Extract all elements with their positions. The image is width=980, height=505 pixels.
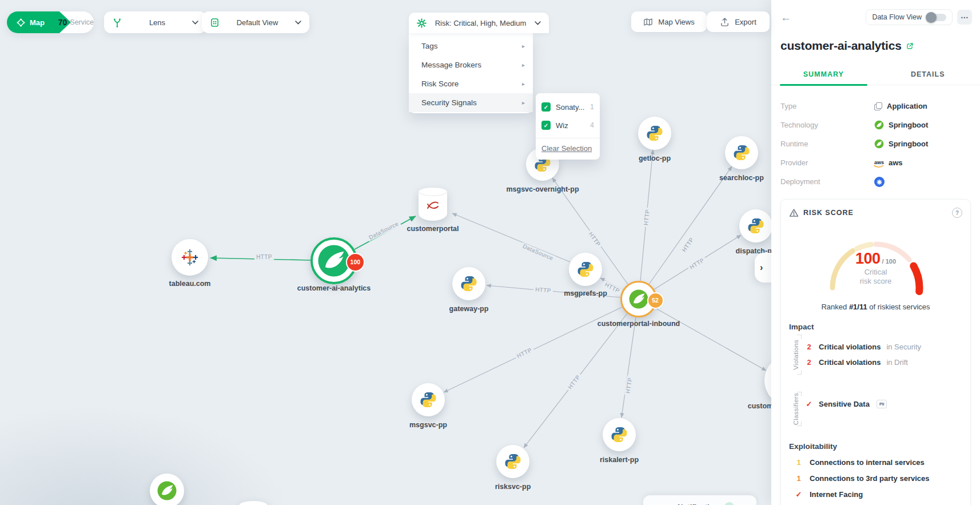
export-icon bbox=[720, 17, 730, 27]
summary-fields: Type ApplicationTechnology SpringbootRun… bbox=[780, 97, 971, 191]
row-lead: 1 bbox=[795, 474, 803, 483]
application-icon bbox=[874, 102, 882, 110]
services-count: 70 bbox=[58, 18, 67, 27]
row-bold-text: Connections to internal services bbox=[810, 458, 925, 467]
row-bold-text: Sensitive Data bbox=[819, 400, 870, 408]
map-node-gateway-pp[interactable] bbox=[452, 267, 485, 300]
row-lead: ✓ bbox=[805, 400, 813, 408]
notification-widget[interactable]: Notification bbox=[643, 495, 756, 505]
menu-item-label: Risk Score bbox=[421, 79, 459, 88]
ranked-line: Ranked #1/11 of riskiest services bbox=[789, 303, 962, 311]
submenu-arrow-icon: ▸ bbox=[522, 43, 525, 49]
map-tab-label: Map bbox=[30, 18, 45, 27]
map-node-customerportal-inbound[interactable]: 52 bbox=[620, 281, 657, 317]
risk-score-value: 100 bbox=[855, 250, 881, 268]
submenu-option-count: 4 bbox=[590, 121, 594, 129]
row-lead: ✓ bbox=[795, 490, 803, 499]
edit-external-icon[interactable] bbox=[906, 42, 914, 50]
risk-filter-dropdown[interactable]: Risk: Critical, High, Medium bbox=[409, 13, 549, 33]
tab-summary[interactable]: SUMMARY bbox=[771, 65, 876, 85]
field-value: aws bbox=[889, 158, 903, 167]
panel-tabs: SUMMARYDETAILS bbox=[771, 65, 980, 85]
map-node-dispatch-pp[interactable] bbox=[739, 209, 771, 242]
menu-item-label: Tags bbox=[421, 42, 438, 50]
risk-filter-label: Risk: Critical, High, Medium bbox=[435, 19, 527, 27]
impact-group-violations: Violations2 Critical violationsin Securi… bbox=[789, 336, 962, 373]
impact-row: 2 Critical violationsin Drift bbox=[805, 358, 962, 367]
map-node-riskalert-pp[interactable] bbox=[603, 418, 636, 451]
row-bold-text: Internet Facing bbox=[810, 490, 863, 499]
menu-item-label: Message Brokers bbox=[421, 61, 481, 69]
row-bold-text: Critical violations bbox=[819, 343, 881, 351]
services-count-button[interactable]: 70 Services bbox=[62, 11, 94, 33]
back-icon[interactable]: ← bbox=[780, 12, 791, 23]
exploitability-row: 1 Connections to internal services bbox=[795, 458, 962, 467]
tab-details[interactable]: DETAILS bbox=[876, 65, 980, 85]
more-options-icon[interactable]: ⋯ bbox=[957, 10, 972, 25]
chevron-down-icon bbox=[535, 21, 541, 25]
map-views-button[interactable]: Map Views bbox=[631, 11, 707, 32]
node-label-msgsvc-overnight-pp: msgsvc-overnight-pp bbox=[506, 185, 579, 193]
map-node-customer-ai-analytics[interactable]: 100 bbox=[310, 237, 357, 284]
filter-menu-item-message-brokers[interactable]: Message Brokers▸ bbox=[409, 55, 533, 74]
exploitability-row: ✓ Internet Facing bbox=[795, 490, 962, 499]
row-bold-text: Critical violations bbox=[819, 358, 881, 367]
chevron-right-icon: › bbox=[760, 263, 763, 273]
submenu-arrow-icon: ▸ bbox=[522, 62, 525, 68]
submenu-option-count: 1 bbox=[590, 103, 594, 111]
map-node-msgsvc-pp[interactable] bbox=[412, 383, 445, 416]
menu-item-label: Security Signals bbox=[421, 98, 477, 107]
node-label-riskalert-pp: riskalert-pp bbox=[600, 456, 639, 464]
view-grid-icon bbox=[210, 18, 220, 27]
impact-row: ✓ Sensitive DataPII bbox=[805, 400, 962, 408]
lens-branch-icon bbox=[112, 17, 122, 27]
warning-triangle-icon bbox=[789, 208, 799, 217]
map-node-risksvc-pp[interactable] bbox=[496, 445, 529, 478]
map-diamond-icon bbox=[16, 18, 26, 27]
submenu-option-wiz[interactable]: ✓ Wiz 4 bbox=[536, 116, 600, 134]
map-node-spring-bottom[interactable] bbox=[150, 474, 184, 505]
default-view-dropdown[interactable]: Default View bbox=[202, 11, 309, 33]
node-label-customerportal: customerportal bbox=[407, 225, 459, 233]
field-row-deployment: Deployment ⎈ bbox=[780, 172, 971, 191]
map-node-db-bottom[interactable] bbox=[239, 501, 268, 505]
node-label-custom-hidden: custom bbox=[748, 402, 771, 410]
risk-badge: 52 bbox=[647, 292, 664, 309]
filter-menu-item-tags[interactable]: Tags▸ bbox=[409, 37, 533, 55]
data-flow-view-toggle[interactable]: Data Flow View bbox=[866, 9, 953, 25]
help-icon[interactable]: ? bbox=[952, 208, 962, 218]
risk-filter-menu: Tags▸Message Brokers▸Risk Score▸Security… bbox=[409, 33, 533, 113]
field-row-provider: Provider awsaws bbox=[780, 153, 971, 172]
page-title: customer-ai-analytics bbox=[780, 39, 902, 53]
risk-score-header: RISK SCORE bbox=[803, 209, 947, 217]
filter-menu-item-security-signals[interactable]: Security Signals▸ bbox=[409, 93, 533, 112]
checkbox-checked-icon[interactable]: ✓ bbox=[541, 102, 551, 112]
exploitability-title: Exploitability bbox=[789, 442, 962, 451]
node-label-customer-ai-analytics: customer-ai-analytics bbox=[297, 284, 371, 292]
filter-menu-item-risk-score[interactable]: Risk Score▸ bbox=[409, 74, 533, 93]
map-node-customerportal[interactable] bbox=[419, 188, 447, 221]
clear-selection-link[interactable]: Clear Selection bbox=[536, 143, 597, 154]
node-label-gateway-pp: gateway-pp bbox=[449, 305, 489, 313]
submenu-divider bbox=[536, 138, 600, 138]
map-node-msgprefs-pp[interactable] bbox=[569, 253, 602, 286]
submenu-option-sonaty-[interactable]: ✓ Sonaty... 1 bbox=[536, 98, 600, 116]
checkbox-checked-icon[interactable]: ✓ bbox=[541, 121, 551, 130]
ranked-value: #1/11 bbox=[849, 303, 867, 311]
risk-severity-sub: risk score bbox=[789, 277, 962, 286]
field-label: Deployment bbox=[780, 177, 874, 186]
service-map-canvas[interactable]: tableau.com100customer-ai-analyticscusto… bbox=[0, 0, 771, 505]
map-node-tableau-com[interactable] bbox=[172, 239, 208, 276]
submenu-arrow-icon: ▸ bbox=[522, 100, 525, 106]
details-panel: ← Data Flow View ⋯ customer-ai-analytics… bbox=[771, 0, 980, 505]
lens-dropdown[interactable]: Lens bbox=[104, 11, 206, 33]
notification-badge bbox=[724, 502, 734, 505]
impact-group-classifiers: Classifiers✓ Sensitive DataPII bbox=[789, 393, 962, 425]
map-node-searchloc-pp[interactable] bbox=[725, 136, 758, 169]
export-button[interactable]: Export bbox=[707, 11, 770, 32]
map-node-getloc-pp[interactable] bbox=[638, 117, 671, 150]
node-label-risksvc-pp: risksvc-pp bbox=[495, 483, 531, 491]
map-services-pill: Map 70 Services bbox=[7, 11, 94, 33]
group-rail-label: Violations bbox=[789, 336, 803, 373]
field-label: Provider bbox=[780, 158, 874, 167]
